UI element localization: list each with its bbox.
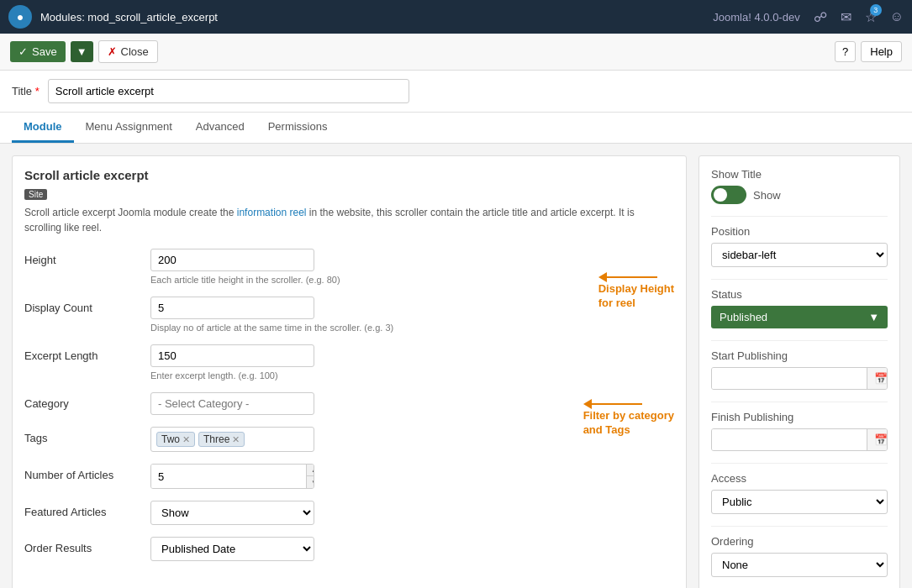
- panel-description: Scroll article excerpt Joomla module cre…: [24, 205, 674, 235]
- save-icon: ✓: [18, 45, 28, 58]
- panel-title: Scroll article excerpt: [24, 168, 674, 182]
- toolbar-left: ✓ Save ▼ ✗ Close: [10, 40, 158, 63]
- divider-1: [711, 216, 888, 217]
- show-title-toggle[interactable]: [711, 186, 746, 204]
- arrow-line-1: [607, 276, 657, 278]
- title-required: *: [35, 85, 40, 97]
- category-group: Category: [24, 392, 553, 415]
- status-label: Status: [711, 288, 888, 301]
- featured-articles-label: Featured Articles: [24, 501, 142, 518]
- arrow-head-2: [583, 399, 592, 409]
- divider-5: [711, 463, 888, 464]
- annotation-1-text: Display Heightfor reel: [598, 282, 674, 311]
- toggle-row: Show: [711, 186, 888, 204]
- arrow-head-1: [598, 272, 607, 282]
- status-dropdown-icon: ▼: [868, 311, 879, 323]
- bell-wrapper: ☆ 3: [865, 9, 877, 25]
- screen-icon[interactable]: ☍: [814, 9, 827, 25]
- tab-module[interactable]: Module: [12, 113, 74, 143]
- user-icon[interactable]: ☺: [890, 9, 904, 24]
- order-results-select[interactable]: Published Date Title Hits Random: [150, 537, 314, 561]
- ordering-select[interactable]: None First Last: [711, 553, 888, 577]
- number-arrows: ▲ ▼: [306, 465, 314, 488]
- tags-label: Tags: [24, 427, 142, 444]
- number-of-articles-group: Number of Articles ▲ ▼: [24, 464, 674, 489]
- tabs: Module Menu Assignment Advanced Permissi…: [0, 113, 912, 144]
- tags-field[interactable]: Two ✕ Three ✕: [150, 427, 314, 452]
- height-input[interactable]: [150, 249, 314, 271]
- position-label: Position: [711, 225, 888, 238]
- save-button[interactable]: ✓ Save: [10, 41, 66, 62]
- height-hint: Each article title height in the scrolle…: [150, 275, 568, 285]
- excerpt-length-label: Excerpt Length: [24, 344, 142, 362]
- status-published[interactable]: Published ▼: [711, 306, 888, 328]
- annotation-2-text: Filter by categoryand Tags: [583, 409, 674, 438]
- excerpt-length-input[interactable]: [150, 344, 314, 367]
- title-label: Title *: [12, 85, 40, 97]
- finish-publishing-label: Finish Publishing: [711, 411, 888, 423]
- title-input[interactable]: [48, 79, 409, 103]
- right-panel: Show Title Show Position sidebar-left si…: [698, 155, 900, 588]
- navbar-left: ● Modules: mod_scroll_article_excerpt: [8, 5, 218, 29]
- number-down-arrow[interactable]: ▼: [307, 476, 314, 488]
- tab-advanced[interactable]: Advanced: [184, 113, 256, 143]
- ordering-section: Ordering None First Last: [711, 535, 888, 577]
- order-results-label: Order Results: [24, 537, 142, 554]
- title-row: Title *: [0, 71, 912, 113]
- annotation-1: [598, 272, 657, 282]
- main-content: Scroll article excerpt Site Scroll artic…: [0, 144, 912, 588]
- number-up-arrow[interactable]: ▲: [307, 465, 314, 476]
- show-title-label: Show Title: [711, 168, 888, 181]
- divider-6: [711, 526, 888, 527]
- navbar-title: Modules: mod_scroll_article_excerpt: [40, 11, 218, 24]
- featured-articles-group: Featured Articles Show Hide Only: [24, 501, 674, 525]
- tab-permissions[interactable]: Permissions: [256, 113, 340, 143]
- navbar: ● Modules: mod_scroll_article_excerpt Jo…: [0, 0, 912, 34]
- info-reel-link[interactable]: information reel: [237, 207, 307, 218]
- display-count-label: Display Count: [24, 297, 142, 314]
- email-icon[interactable]: ✉: [841, 9, 851, 25]
- help-button[interactable]: Help: [861, 41, 902, 62]
- finish-publishing-input[interactable]: [712, 429, 867, 450]
- display-count-group: Display Count Display no of article at t…: [24, 297, 568, 333]
- start-publishing-input[interactable]: [712, 368, 867, 389]
- arrow-line-2: [592, 403, 642, 405]
- tags-group: Tags Two ✕ Three ✕: [24, 427, 553, 452]
- finish-publishing-section: Finish Publishing 📅: [711, 411, 888, 451]
- category-input[interactable]: [150, 392, 314, 415]
- position-select[interactable]: sidebar-left sidebar-right top bottom: [711, 243, 888, 267]
- save-dropdown-button[interactable]: ▼: [71, 41, 93, 62]
- toggle-knob: [714, 188, 727, 202]
- excerpt-length-hint: Enter excerpt length. (e.g. 100): [150, 370, 568, 381]
- ordering-label: Ordering: [711, 535, 888, 548]
- start-publishing-wrapper: 📅: [711, 367, 888, 390]
- access-select[interactable]: Public Registered Special: [711, 490, 888, 514]
- access-label: Access: [711, 472, 888, 485]
- show-title-section: Show Title Show: [711, 168, 888, 204]
- featured-articles-select[interactable]: Show Hide Only: [150, 501, 314, 525]
- excerpt-length-group: Excerpt Length Enter excerpt length. (e.…: [24, 344, 568, 381]
- height-label: Height: [24, 249, 142, 266]
- question-button[interactable]: ?: [835, 41, 856, 62]
- close-label: Close: [121, 45, 149, 58]
- tag-two-remove[interactable]: ✕: [182, 434, 190, 445]
- tag-two: Two ✕: [156, 432, 195, 447]
- close-x-icon: ✗: [108, 45, 117, 58]
- notification-badge: 3: [870, 4, 882, 16]
- number-of-articles-label: Number of Articles: [24, 464, 142, 481]
- close-button[interactable]: ✗ Close: [98, 40, 158, 63]
- joomla-version: Joomla! 4.0.0-dev: [713, 11, 799, 24]
- tab-menu-assignment[interactable]: Menu Assignment: [74, 113, 184, 143]
- height-group: Height Each article title height in the …: [24, 249, 568, 285]
- tag-two-label: Two: [161, 433, 180, 445]
- left-panel: Scroll article excerpt Site Scroll artic…: [12, 155, 687, 588]
- number-of-articles-input[interactable]: [151, 465, 306, 488]
- divider-2: [711, 279, 888, 280]
- start-calendar-icon[interactable]: 📅: [867, 368, 888, 389]
- start-publishing-label: Start Publishing: [711, 349, 888, 362]
- tag-three-remove[interactable]: ✕: [232, 434, 240, 445]
- divider-4: [711, 402, 888, 402]
- finish-calendar-icon[interactable]: 📅: [867, 429, 888, 450]
- display-count-input[interactable]: [150, 297, 314, 319]
- position-section: Position sidebar-left sidebar-right top …: [711, 225, 888, 267]
